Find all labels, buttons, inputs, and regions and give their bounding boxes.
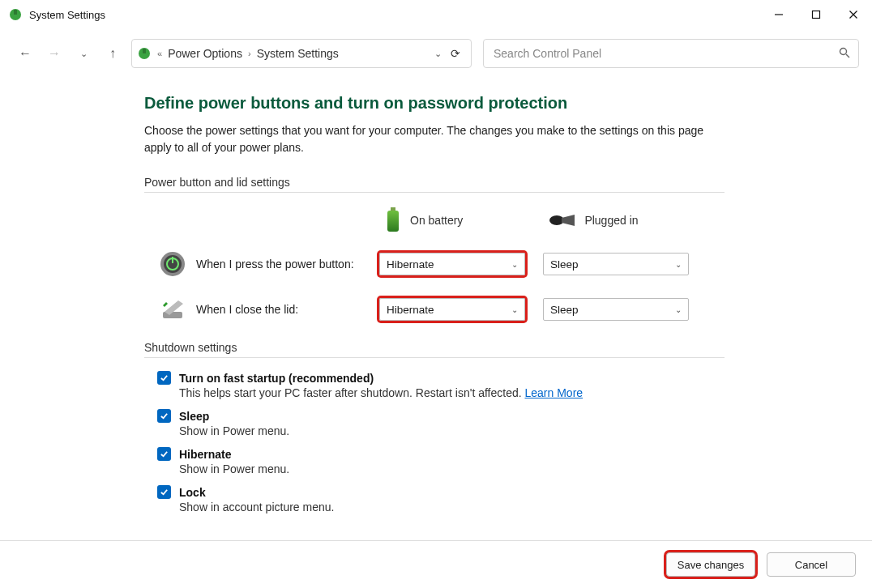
chevron-down-icon: ⌄: [675, 260, 682, 269]
minimize-button[interactable]: [760, 0, 797, 29]
svg-rect-7: [143, 49, 146, 53]
close-lid-plugged-in-select[interactable]: Sleep ⌄: [543, 298, 689, 321]
plug-icon: [547, 212, 576, 228]
row-power-button: When I press the power button: Hibernate…: [144, 250, 872, 278]
chevron-down-icon: ⌄: [511, 305, 518, 314]
search-box[interactable]: [483, 39, 859, 68]
up-button[interactable]: ↑: [102, 43, 123, 64]
divider: [144, 357, 725, 358]
hibernate-desc: Show in Power menu.: [179, 462, 872, 475]
learn-more-link[interactable]: Learn More: [525, 386, 583, 399]
fast-startup-desc: This helps start your PC faster after sh…: [179, 386, 872, 399]
chevron-down-icon: ⌄: [511, 260, 518, 269]
section-shutdown-label: Shutdown settings: [144, 341, 872, 354]
column-on-battery-label: On battery: [410, 214, 463, 227]
page-title: Define power buttons and turn on passwor…: [144, 94, 872, 113]
close-button[interactable]: [835, 0, 872, 29]
recent-locations-button[interactable]: ⌄: [73, 43, 94, 64]
control-panel-icon: [137, 46, 152, 61]
svg-line-9: [846, 54, 849, 58]
chevron-down-icon: ⌄: [675, 305, 682, 314]
breadcrumb-dropdown[interactable]: ⌄: [429, 49, 447, 59]
svg-rect-11: [387, 211, 399, 232]
svg-rect-3: [813, 11, 820, 19]
content-pane: Define power buttons and turn on passwor…: [0, 70, 872, 540]
hibernate-label: Hibernate: [179, 448, 232, 461]
power-button-icon: [159, 250, 186, 278]
sleep-label: Sleep: [179, 410, 209, 423]
power-button-on-battery-select[interactable]: Hibernate ⌄: [379, 253, 525, 275]
breadcrumb[interactable]: « Power Options › System Settings ⌄ ⟳: [131, 39, 472, 68]
svg-rect-1: [14, 10, 17, 15]
svg-rect-17: [163, 312, 182, 318]
titlebar: System Settings: [0, 0, 872, 29]
window-title: System Settings: [29, 9, 760, 21]
column-plugged-in: Plugged in: [547, 212, 638, 228]
save-changes-button[interactable]: Save changes: [666, 552, 755, 577]
fast-startup-item: Turn on fast startup (recommended) This …: [157, 371, 872, 399]
row-close-lid: When I close the lid: Hibernate ⌄ Sleep …: [144, 296, 872, 323]
battery-icon: [384, 206, 402, 234]
navbar: ← → ⌄ ↑ « Power Options › System Setting…: [0, 37, 872, 70]
lock-desc: Show in account picture menu.: [179, 501, 872, 513]
chevron-right-icon: ›: [246, 49, 254, 58]
power-button-plugged-in-select[interactable]: Sleep ⌄: [543, 253, 689, 275]
hibernate-item: Hibernate Show in Power menu.: [157, 447, 872, 475]
section-power-lid-label: Power button and lid settings: [144, 176, 872, 189]
footer: Save changes Cancel: [0, 540, 872, 588]
search-input[interactable]: [492, 46, 839, 61]
lock-checkbox[interactable]: [157, 485, 171, 499]
hibernate-checkbox[interactable]: [157, 447, 171, 461]
breadcrumb-seg-system-settings[interactable]: System Settings: [254, 47, 342, 60]
refresh-button[interactable]: ⟳: [447, 47, 464, 60]
page-description: Choose the power settings that you want …: [144, 122, 728, 156]
sleep-desc: Show in Power menu.: [179, 424, 872, 437]
close-lid-icon: [159, 296, 186, 323]
maximize-button[interactable]: [797, 0, 835, 29]
divider: [144, 192, 725, 193]
sleep-checkbox[interactable]: [157, 409, 171, 423]
svg-point-8: [840, 48, 847, 54]
search-icon: [839, 47, 850, 61]
breadcrumb-root-chevron[interactable]: «: [155, 49, 165, 58]
sleep-item: Sleep Show in Power menu.: [157, 409, 872, 437]
column-plugged-in-label: Plugged in: [584, 214, 638, 227]
row-power-button-label: When I press the power button:: [196, 258, 379, 271]
app-icon: [8, 7, 23, 22]
column-on-battery: On battery: [384, 206, 463, 234]
fast-startup-checkbox[interactable]: [157, 371, 171, 385]
back-button[interactable]: ←: [15, 43, 36, 64]
row-close-lid-label: When I close the lid:: [196, 303, 379, 316]
fast-startup-label: Turn on fast startup (recommended): [179, 372, 374, 385]
lock-item: Lock Show in account picture menu.: [157, 485, 872, 513]
forward-button[interactable]: →: [44, 43, 65, 64]
lock-label: Lock: [179, 486, 206, 499]
close-lid-on-battery-select[interactable]: Hibernate ⌄: [379, 298, 525, 321]
svg-rect-10: [391, 207, 395, 211]
breadcrumb-seg-power-options[interactable]: Power Options: [165, 47, 246, 60]
cancel-button[interactable]: Cancel: [767, 552, 856, 577]
